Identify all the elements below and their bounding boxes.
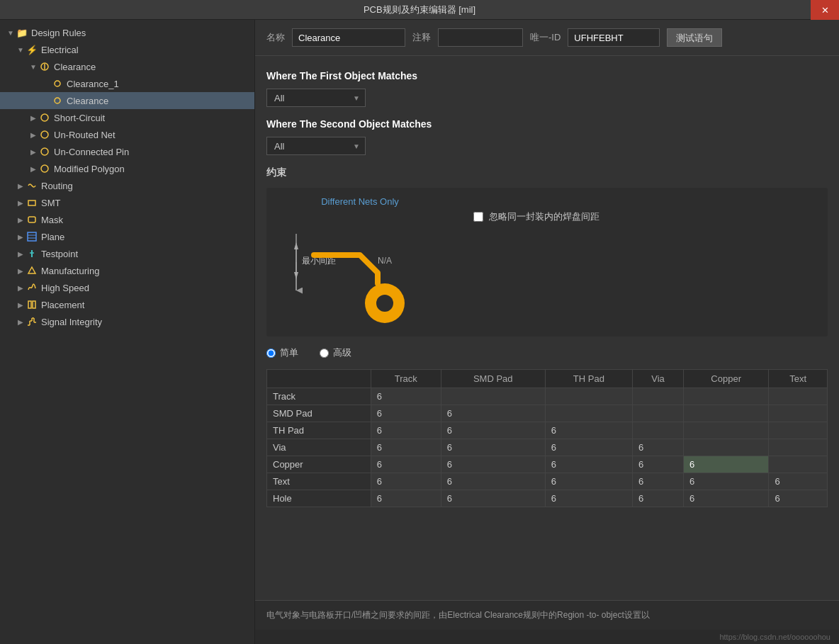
sidebar-item-smt[interactable]: ▶ SMT — [0, 194, 254, 211]
arrow-unconnected: ▶ — [28, 148, 38, 156]
comment-input[interactable] — [438, 28, 523, 47]
window-title: PCB规则及约束编辑器 [mil] — [364, 4, 475, 16]
cell-via-th[interactable]: 6 — [545, 439, 632, 456]
rule-icon-unrouted — [38, 128, 51, 141]
right-panel: 名称 注释 唯一-ID 测试语句 Where The First Object … — [255, 20, 839, 644]
close-button[interactable]: ✕ — [811, 0, 839, 20]
cell-text-copper[interactable]: 6 — [683, 473, 769, 490]
sidebar-item-un-connected-pin[interactable]: ▶ Un-Connected Pin — [0, 143, 254, 160]
sidebar-item-placement[interactable]: ▶ Placement — [0, 296, 254, 313]
cell-copper-via[interactable]: 6 — [633, 456, 684, 473]
radio-advanced-label[interactable]: 高级 — [320, 346, 351, 359]
cell-th-smd[interactable]: 6 — [441, 422, 545, 439]
sidebar-item-testpoint[interactable]: ▶ Testpoint — [0, 245, 254, 262]
sidebar: ▼ 📁 Design Rules ▼ ⚡ Electrical ▼ Cleara… — [0, 20, 255, 644]
sidebar-item-high-speed[interactable]: ▶ High Speed — [0, 279, 254, 296]
name-input[interactable] — [292, 28, 405, 47]
arrow-placement: ▶ — [16, 301, 26, 309]
clearance-table: Track SMD Pad TH Pad Via Copper Text Tra… — [266, 369, 828, 507]
table-row: TH Pad 6 6 6 — [267, 422, 828, 439]
cell-th-th[interactable]: 6 — [545, 422, 632, 439]
cell-copper-th[interactable]: 6 — [545, 456, 632, 473]
cell-hole-smd[interactable]: 6 — [441, 490, 545, 507]
svg-rect-8 — [28, 200, 35, 205]
row-label-track: Track — [267, 388, 371, 405]
cell-hole-via[interactable]: 6 — [633, 490, 684, 507]
sidebar-item-plane[interactable]: ▶ Plane — [0, 228, 254, 245]
different-nets-label: Different Nets Only — [275, 196, 445, 207]
cell-track-th[interactable] — [545, 388, 632, 405]
cell-copper-smd[interactable]: 6 — [441, 456, 545, 473]
cell-smd-via[interactable] — [633, 405, 684, 422]
cell-th-track[interactable]: 6 — [371, 422, 441, 439]
cell-th-copper[interactable] — [683, 422, 769, 439]
cell-hole-th[interactable]: 6 — [545, 490, 632, 507]
cell-copper-copper[interactable]: 6 — [683, 456, 769, 473]
cell-text-via[interactable]: 6 — [633, 473, 684, 490]
section1-title: Where The First Object Matches — [266, 70, 828, 81]
sidebar-item-signal-integrity[interactable]: ▶ Signal Integrity — [0, 313, 254, 330]
cell-smd-th[interactable] — [545, 405, 632, 422]
bottom-url: https://blog.csdn.net/oooooohou — [255, 630, 839, 644]
cell-text-th[interactable]: 6 — [545, 473, 632, 490]
cell-via-via[interactable]: 6 — [633, 439, 684, 456]
sidebar-item-clearance-parent[interactable]: ▼ Clearance — [0, 58, 254, 75]
svg-point-5 — [41, 131, 48, 138]
cell-copper-track[interactable]: 6 — [371, 456, 441, 473]
sidebar-item-mask[interactable]: ▶ Mask — [0, 211, 254, 228]
radio-simple-label[interactable]: 简单 — [266, 346, 298, 359]
cell-via-smd[interactable]: 6 — [441, 439, 545, 456]
cell-track-text[interactable] — [769, 388, 828, 405]
id-input[interactable] — [568, 28, 660, 47]
cell-track-track[interactable]: 6 — [371, 388, 441, 405]
section1-select[interactable]: All — [266, 89, 366, 107]
smt-label: SMT — [41, 198, 252, 208]
cell-track-via[interactable] — [633, 388, 684, 405]
placement-label: Placement — [41, 300, 252, 310]
table-row: Copper 6 6 6 6 6 — [267, 456, 828, 473]
cell-track-copper[interactable] — [683, 388, 769, 405]
cell-via-track[interactable]: 6 — [371, 439, 441, 456]
radio-advanced[interactable] — [320, 349, 329, 358]
plane-label: Plane — [41, 232, 252, 242]
table-row: SMD Pad 6 6 — [267, 405, 828, 422]
cell-smd-copper[interactable] — [683, 405, 769, 422]
modified-polygon-label: Modified Polygon — [54, 164, 252, 174]
cell-text-track[interactable]: 6 — [371, 473, 441, 490]
radio-row: 简单 高级 — [266, 346, 828, 359]
high-speed-label: High Speed — [41, 283, 252, 293]
sidebar-item-manufacturing[interactable]: ▶ Manufacturing — [0, 262, 254, 279]
test-button[interactable]: 测试语句 — [667, 28, 722, 47]
section2-select[interactable]: All — [266, 137, 366, 155]
cell-th-text[interactable] — [769, 422, 828, 439]
cell-smd-text[interactable] — [769, 405, 828, 422]
sidebar-item-modified-polygon[interactable]: ▶ Modified Polygon — [0, 160, 254, 177]
sidebar-item-short-circuit[interactable]: ▶ Short-Circuit — [0, 109, 254, 126]
cell-via-copper[interactable] — [683, 439, 769, 456]
cell-text-smd[interactable]: 6 — [441, 473, 545, 490]
sidebar-item-design-rules[interactable]: ▼ 📁 Design Rules — [0, 24, 254, 41]
cell-smd-smd[interactable]: 6 — [441, 405, 545, 422]
ignore-checkbox-row: 忽略同一封装内的焊盘间距 — [473, 210, 819, 223]
cell-copper-text[interactable] — [769, 456, 828, 473]
sidebar-item-routing[interactable]: ▶ Routing — [0, 177, 254, 194]
cell-via-text[interactable] — [769, 439, 828, 456]
cell-text-text[interactable]: 6 — [769, 473, 828, 490]
cell-hole-track[interactable]: 6 — [371, 490, 441, 507]
radio-simple[interactable] — [266, 349, 276, 358]
sidebar-item-clearance[interactable]: Clearance — [0, 92, 254, 109]
sidebar-item-clearance-1[interactable]: Clearance_1 — [0, 75, 254, 92]
cell-th-via[interactable] — [633, 422, 684, 439]
cell-smd-track[interactable]: 6 — [371, 405, 441, 422]
row-label-smd: SMD Pad — [267, 405, 371, 422]
cell-hole-text[interactable]: 6 — [769, 490, 828, 507]
ignore-checkbox[interactable] — [473, 212, 483, 222]
sidebar-item-un-routed-net[interactable]: ▶ Un-Routed Net — [0, 126, 254, 143]
cell-track-smd[interactable] — [441, 388, 545, 405]
row-label-hole: Hole — [267, 490, 371, 507]
constraint-label: 约束 — [266, 166, 828, 179]
signal-icon — [26, 315, 38, 328]
cell-hole-copper[interactable]: 6 — [683, 490, 769, 507]
th-empty — [267, 370, 371, 388]
sidebar-item-electrical[interactable]: ▼ ⚡ Electrical — [0, 41, 254, 58]
